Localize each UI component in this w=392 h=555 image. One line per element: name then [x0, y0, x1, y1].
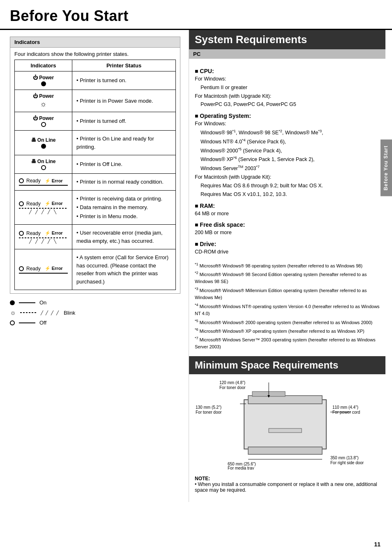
solid-bar [19, 185, 68, 186]
ram-heading: RAM: [195, 203, 380, 209]
circle-open-icon [41, 165, 46, 170]
ready-circle [19, 231, 24, 236]
ready-error-usererror-icon: Ready ⚡ Error ╱ ╱ ╱ ╱ ╲ [19, 230, 68, 244]
table-row: ⏻ Power Printer is turned off. [15, 112, 176, 131]
space-label-left-toner: 130 mm (5.2") [196, 405, 221, 410]
sys-req-content: CPU: For Windows: Pentium II or greater … [189, 61, 385, 259]
printer-top [248, 396, 322, 404]
disk-heading: Free disk space: [195, 221, 380, 228]
space-label-right-door: 350 mm (13.8") [330, 456, 359, 460]
svg-text:For right side door: For right side door [330, 461, 364, 465]
circle-open-icon [41, 122, 46, 127]
main-content: Indicators Four indicators show the foll… [0, 30, 392, 502]
legend-off: Off [10, 320, 180, 326]
table-row: Ready ⚡ Error Printer is in normal ready… [15, 174, 176, 191]
space-diagram: 120 mm (4.8") For toner door 130 mm (5.2… [189, 377, 385, 473]
media-tray [248, 447, 322, 454]
power-blink-icon: ⏻ Power ☼ [19, 93, 68, 108]
space-diagram-svg: 120 mm (4.8") For toner door 130 mm (5.2… [195, 379, 384, 470]
blink-bar [19, 208, 68, 209]
page-header: Before You Start [0, 0, 392, 30]
ready-error-solid-icon: Ready ⚡ Error [19, 178, 68, 186]
ready-error-blink-icon: Ready ⚡ Error ╱ ╱ ╱ ╱ ╲ [19, 201, 68, 214]
right-column: System Requirements PC CPU: For Windows:… [189, 30, 392, 502]
table-row: Ready ⚡ Error A system error (Call for S… [15, 249, 176, 290]
svg-text:For power cord: For power cord [332, 410, 360, 415]
pc-subheader: PC [189, 49, 385, 59]
left-column: Indicators Four indicators show the foll… [0, 30, 189, 502]
table-row: Ready ⚡ Error ╱ ╱ ╱ ╱ ╲ [15, 225, 176, 249]
cpu-heading: CPU: [195, 68, 380, 74]
online-off-icon: 🖶 On Line [19, 159, 68, 170]
ready-circle [19, 178, 24, 183]
svg-text:For toner door: For toner door [196, 410, 222, 415]
table-row: 🖶 On Line Printer is Off Line. [15, 155, 176, 174]
legend-blink-icon: ☼ [10, 309, 16, 316]
power-off-icon: ⏻ Power [19, 115, 68, 127]
circle-filled-icon [41, 81, 46, 86]
power-on-icon: ⏻ Power [19, 75, 68, 86]
solid-bar [19, 273, 68, 274]
legend-blink: ☼ ╱ ╱ ╱ ╱ Blink [10, 309, 180, 316]
output-tray [269, 428, 302, 433]
blink-symbol: ☼ [40, 100, 47, 108]
sys-req-header: System Requirements [189, 30, 385, 49]
legend-on: On [10, 299, 180, 306]
svg-text:For media tray: For media tray [228, 466, 254, 470]
page: Before You Start Before You Start Indica… [0, 0, 392, 555]
page-title: Before You Start [10, 7, 382, 25]
indicators-table: Indicators Printer Status ⏻ Power [14, 60, 176, 290]
os-heading: Operating System: [195, 113, 380, 119]
indicators-title: Indicators [10, 37, 180, 48]
page-number: 11 [374, 541, 380, 548]
table-row: ⏻ Power Printer is turned on. [15, 71, 176, 90]
online-on-icon: 🖶 On Line [19, 137, 68, 149]
circle-filled-icon [41, 144, 46, 149]
ready-circle [19, 201, 24, 206]
indicators-box: Indicators Four indicators show the foll… [10, 37, 180, 294]
legend-dash [19, 322, 35, 323]
legend-dash [19, 302, 35, 303]
ready-circle [19, 266, 24, 271]
min-space-header: Minimum Space Requirements [189, 356, 385, 374]
printer-body [244, 400, 326, 449]
space-label-power-cord: 110 mm (4.4") [332, 405, 358, 410]
table-row: Ready ⚡ Error ╱ ╱ ╱ ╱ ╲ [15, 190, 176, 225]
col-indicators: Indicators [15, 60, 72, 71]
legend-open-icon [10, 320, 15, 325]
indicators-desc: Four indicators show the following print… [10, 48, 180, 293]
svg-text:For toner door: For toner door [219, 385, 246, 390]
ready-error-syserror-icon: Ready ⚡ Error [19, 266, 68, 274]
blink-bar [19, 237, 68, 238]
legend-blink-dash [20, 312, 37, 313]
col-printer-status: Printer Status [72, 60, 176, 71]
drive-heading: Drive: [195, 241, 380, 247]
table-row: ⏻ Power ☼ Printer is in Power Save mode. [15, 90, 176, 112]
table-row: 🖶 On Line Printer is On Line and ready f… [15, 131, 176, 155]
space-label-top-toner: 120 mm (4.8") [219, 380, 245, 385]
legend-filled-icon [10, 300, 15, 305]
side-tab: Before You Start [380, 140, 392, 196]
footnotes: *1 Microsoft® Windows® 98 operating syst… [189, 259, 385, 353]
legend: On ☼ ╱ ╱ ╱ ╱ Blink Off [10, 299, 180, 326]
note-section: NOTE: • When you install a consumable co… [189, 473, 385, 495]
